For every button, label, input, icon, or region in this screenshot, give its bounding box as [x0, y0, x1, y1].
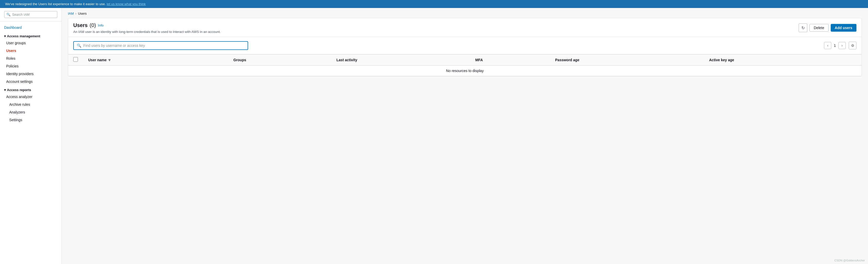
prev-page-button[interactable]: ‹	[824, 42, 831, 49]
arrow-down-icon: ▾	[4, 34, 6, 38]
col-password-age: Password age	[550, 55, 704, 66]
access-reports-label: Access reports	[7, 88, 31, 92]
breadcrumb-current: Users	[78, 11, 87, 16]
search-input[interactable]	[12, 12, 55, 17]
top-banner: We've redesigned the Users list experien…	[0, 0, 868, 8]
refresh-icon: ↻	[801, 26, 805, 30]
access-management-label: Access management	[7, 34, 40, 38]
pagination-controls: ‹ 1 › ⚙	[824, 42, 857, 50]
sidebar-item-user-groups[interactable]: User groups	[0, 39, 61, 47]
sidebar-item-analyzers[interactable]: Analyzers	[0, 108, 61, 116]
col-active-key-age: Active key age	[704, 55, 862, 66]
banner-text: We've redesigned the Users list experien…	[5, 2, 106, 6]
panel-description: An IAM user is an identity with long-ter…	[73, 30, 799, 34]
sidebar-item-dashboard[interactable]: Dashboard	[0, 23, 61, 32]
no-resources-row: No resources to display	[68, 65, 862, 76]
panel-actions: ↻ Delete Add users	[799, 22, 857, 32]
panel-title: Users (0) Info	[73, 22, 799, 28]
user-search-box[interactable]: 🔍	[73, 41, 248, 50]
no-resources-text: No resources to display	[68, 65, 862, 76]
col-last-activity: Last activity	[332, 55, 470, 66]
sidebar-search-container: 🔍	[0, 8, 61, 21]
access-reports-header[interactable]: ▾ Access reports	[0, 85, 61, 93]
sort-icon[interactable]: ▿	[108, 58, 110, 62]
panel-search-area: 🔍 ‹ 1 › ⚙	[68, 37, 862, 54]
search-icon: 🔍	[6, 12, 10, 17]
sidebar-item-archive-rules[interactable]: Archive rules	[0, 100, 61, 108]
breadcrumb-iam-link[interactable]: IAM	[68, 11, 74, 16]
col-mfa: MFA	[470, 55, 550, 66]
arrow-down-icon-2: ▾	[4, 88, 6, 92]
col-username: User name ▿	[83, 55, 228, 66]
sidebar-item-settings[interactable]: Settings	[0, 116, 61, 124]
watermark: CSDN @GoldensArcher	[834, 259, 865, 262]
sidebar-item-identity-providers[interactable]: Identity providers	[0, 70, 61, 78]
col-checkbox	[68, 55, 83, 66]
breadcrumb-separator: ›	[75, 12, 76, 16]
search-icon-2: 🔍	[77, 43, 81, 48]
add-users-button[interactable]: Add users	[831, 24, 857, 32]
table-body: No resources to display	[68, 65, 862, 76]
select-all-checkbox[interactable]	[73, 57, 78, 62]
sidebar-item-roles[interactable]: Roles	[0, 55, 61, 62]
chevron-left-icon: ‹	[827, 44, 828, 47]
chevron-right-icon: ›	[841, 44, 842, 47]
users-table: User name ▿ Groups Last activity MFA Pas…	[68, 54, 862, 76]
sidebar-item-policies[interactable]: Policies	[0, 62, 61, 70]
col-groups: Groups	[228, 55, 332, 66]
gear-icon: ⚙	[851, 43, 855, 48]
table-settings-button[interactable]: ⚙	[849, 42, 857, 50]
panel-title-area: Users (0) Info An IAM user is an identit…	[73, 22, 799, 34]
main-content: IAM › Users Users (0) Info An IAM user i…	[62, 8, 868, 264]
users-panel: Users (0) Info An IAM user is an identit…	[68, 18, 862, 77]
breadcrumb: IAM › Users	[62, 8, 868, 18]
col-username-label: User name	[88, 58, 107, 62]
access-management-header[interactable]: ▾ Access management	[0, 32, 61, 39]
panel-header: Users (0) Info An IAM user is an identit…	[68, 18, 862, 37]
delete-button[interactable]: Delete	[809, 24, 828, 32]
refresh-button[interactable]: ↻	[799, 23, 807, 32]
sidebar-item-users[interactable]: Users	[0, 47, 61, 55]
sidebar-item-access-analyzer[interactable]: Access analyzer	[0, 93, 61, 100]
next-page-button[interactable]: ›	[838, 42, 846, 49]
sidebar-search-box[interactable]: 🔍	[4, 11, 57, 18]
sidebar-nav: Dashboard ▾ Access management User group…	[0, 21, 61, 126]
panel-title-text: Users	[73, 22, 88, 28]
panel-count: (0)	[90, 22, 96, 28]
page-number: 1	[832, 43, 837, 48]
table-header: User name ▿ Groups Last activity MFA Pas…	[68, 55, 862, 66]
sidebar-item-account-settings[interactable]: Account settings	[0, 78, 61, 85]
user-search-input[interactable]	[83, 43, 245, 48]
info-link[interactable]: Info	[98, 23, 104, 27]
banner-link[interactable]: let us know what you think	[107, 2, 146, 6]
sidebar: 🔍 Dashboard ▾ Access management User gro…	[0, 8, 62, 264]
